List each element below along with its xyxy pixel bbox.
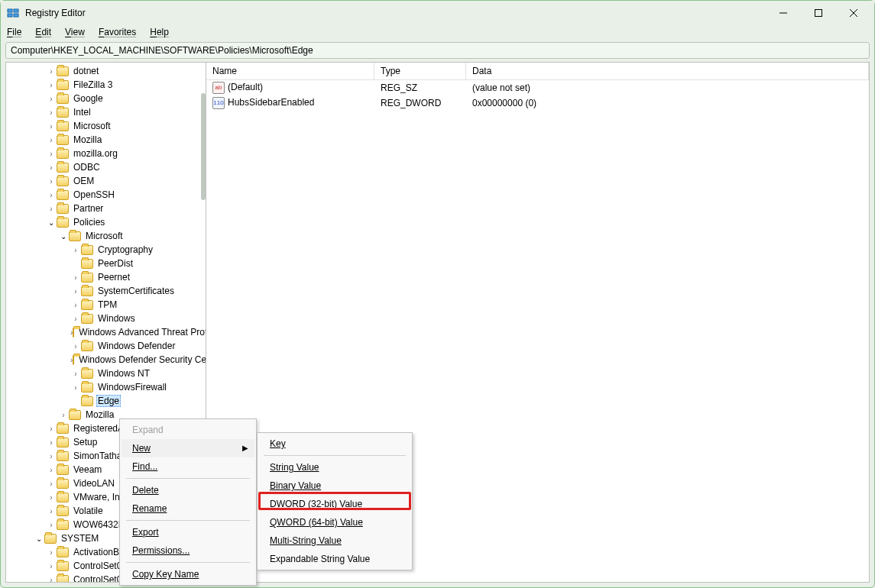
- chevron-right-icon[interactable]: ›: [46, 67, 57, 76]
- tree-item[interactable]: ›TPM: [9, 298, 206, 312]
- ctx-delete[interactable]: Delete: [122, 481, 254, 499]
- chevron-right-icon[interactable]: ›: [70, 273, 81, 282]
- tree-item[interactable]: ›Cryptography: [9, 243, 206, 257]
- tree-item[interactable]: ›Windows Advanced Threat Protection: [9, 325, 206, 339]
- tree-item[interactable]: ⌄Microsoft: [9, 229, 206, 243]
- col-data[interactable]: Data: [466, 63, 869, 79]
- tree-item[interactable]: ›OEM: [9, 174, 206, 188]
- col-type[interactable]: Type: [374, 63, 466, 79]
- ctx-new-multi[interactable]: Multi-String Value: [259, 531, 410, 550]
- tree-item[interactable]: ›ODBC: [9, 160, 206, 174]
- chevron-right-icon[interactable]: ›: [46, 548, 57, 557]
- close-button[interactable]: [836, 1, 871, 25]
- ctx-permissions[interactable]: Permissions...: [122, 541, 254, 560]
- tree-item[interactable]: ›mozilla.org: [9, 147, 206, 160]
- chevron-right-icon[interactable]: ›: [46, 191, 57, 199]
- chevron-right-icon[interactable]: ›: [46, 205, 57, 213]
- minimize-button[interactable]: [766, 1, 801, 25]
- chevron-right-icon[interactable]: ›: [70, 315, 81, 323]
- folder-icon: [57, 94, 69, 104]
- chevron-right-icon[interactable]: ›: [46, 163, 57, 172]
- chevron-right-icon[interactable]: ›: [46, 95, 57, 103]
- chevron-right-icon[interactable]: ›: [46, 136, 57, 144]
- tree-item[interactable]: ›Google: [9, 92, 206, 105]
- chevron-right-icon[interactable]: ›: [46, 177, 57, 186]
- address-bar[interactable]: Computer\HKEY_LOCAL_MACHINE\SOFTWARE\Pol…: [5, 42, 870, 59]
- chevron-down-icon[interactable]: ⌄: [34, 535, 44, 543]
- tree-item[interactable]: ›Peernet: [9, 270, 206, 284]
- tree-item[interactable]: ›SystemCertificates: [9, 284, 206, 298]
- chevron-right-icon[interactable]: ›: [46, 507, 57, 515]
- tree-label: Cryptography: [96, 244, 154, 255]
- chevron-right-icon[interactable]: ›: [58, 411, 69, 419]
- ctx-expand[interactable]: Expand: [122, 421, 254, 439]
- chevron-right-icon[interactable]: ›: [46, 576, 57, 583]
- ctx-new[interactable]: New▶: [122, 439, 254, 457]
- tree-item[interactable]: ⌄Policies: [9, 215, 206, 229]
- chevron-right-icon[interactable]: ›: [46, 438, 57, 447]
- menu-help[interactable]: Help: [150, 27, 169, 37]
- tree-label: Windows Defender Security Center: [77, 354, 206, 365]
- maximize-button[interactable]: [801, 1, 836, 25]
- value-row[interactable]: ab(Default)REG_SZ(value not set): [206, 80, 869, 95]
- tree-item[interactable]: ›WindowsFirewall: [9, 380, 206, 394]
- chevron-right-icon[interactable]: ›: [46, 521, 57, 529]
- chevron-right-icon[interactable]: ›: [46, 480, 57, 488]
- chevron-right-icon[interactable]: ›: [46, 150, 57, 158]
- tree-item[interactable]: ›Microsoft: [9, 119, 206, 133]
- folder-icon: [69, 410, 81, 420]
- folder-icon: [57, 520, 69, 530]
- ctx-rename[interactable]: Rename: [122, 499, 254, 518]
- folder-icon: [81, 314, 93, 324]
- chevron-right-icon[interactable]: ›: [70, 287, 81, 296]
- tree-item[interactable]: ›Windows Defender Security Center: [9, 353, 206, 367]
- chevron-right-icon[interactable]: ›: [70, 370, 81, 378]
- ctx-new-string[interactable]: String Value: [259, 458, 410, 477]
- value-row[interactable]: 110HubsSidebarEnabledREG_DWORD0x00000000…: [206, 95, 869, 111]
- ctx-new-expandable[interactable]: Expandable String Value: [259, 550, 410, 568]
- ctx-new-qword[interactable]: QWORD (64-bit) Value: [259, 513, 410, 531]
- tree-item[interactable]: PeerDist: [9, 257, 206, 270]
- chevron-right-icon[interactable]: ›: [70, 342, 81, 351]
- tree-item[interactable]: Edge: [9, 394, 206, 408]
- chevron-right-icon[interactable]: ›: [46, 81, 57, 89]
- chevron-right-icon[interactable]: ›: [46, 122, 57, 131]
- ctx-find[interactable]: Find...: [122, 457, 254, 476]
- ctx-copy-key-name[interactable]: Copy Key Name: [122, 565, 254, 583]
- tree-item[interactable]: ›OpenSSH: [9, 188, 206, 202]
- chevron-right-icon[interactable]: ›: [46, 425, 57, 433]
- tree-item[interactable]: ›Windows NT: [9, 367, 206, 380]
- menu-favorites[interactable]: Favorites: [99, 27, 136, 37]
- value-list[interactable]: ab(Default)REG_SZ(value not set)110HubsS…: [206, 80, 869, 111]
- tree-label: SystemCertificates: [96, 286, 176, 296]
- chevron-down-icon[interactable]: ⌄: [46, 218, 57, 227]
- menu-edit[interactable]: Edit: [35, 27, 51, 37]
- chevron-right-icon[interactable]: ›: [46, 108, 57, 117]
- menu-file[interactable]: File: [7, 27, 21, 37]
- tree-item[interactable]: ›Mozilla: [9, 133, 206, 147]
- chevron-right-icon[interactable]: ›: [70, 383, 81, 392]
- tree-label: SYSTEM: [60, 533, 100, 544]
- chevron-right-icon[interactable]: ›: [70, 246, 81, 254]
- tree-item[interactable]: ›FileZilla 3: [9, 78, 206, 92]
- ctx-export[interactable]: Export: [122, 523, 254, 541]
- chevron-right-icon[interactable]: ›: [46, 562, 57, 570]
- tree-scrollbar[interactable]: [201, 93, 206, 200]
- ctx-new-dword[interactable]: DWORD (32-bit) Value: [259, 495, 410, 513]
- chevron-right-icon[interactable]: ›: [46, 493, 57, 502]
- chevron-down-icon[interactable]: ⌄: [58, 232, 69, 241]
- chevron-right-icon[interactable]: ›: [70, 301, 81, 309]
- tree-item[interactable]: ›dotnet: [9, 64, 206, 78]
- col-name[interactable]: Name: [206, 63, 374, 79]
- ctx-new-binary[interactable]: Binary Value: [259, 477, 410, 495]
- ctx-new-key[interactable]: Key: [259, 435, 410, 453]
- chevron-right-icon[interactable]: ›: [46, 466, 57, 474]
- tree-item[interactable]: ›Windows: [9, 312, 206, 325]
- tree-item[interactable]: ›Windows Defender: [9, 339, 206, 353]
- value-name: (Default): [228, 82, 263, 92]
- tree-item[interactable]: ›Intel: [9, 105, 206, 119]
- menu-view[interactable]: View: [65, 27, 85, 37]
- tree-label: Volatile: [72, 506, 105, 516]
- chevron-right-icon[interactable]: ›: [46, 452, 57, 460]
- tree-item[interactable]: ›Partner: [9, 202, 206, 215]
